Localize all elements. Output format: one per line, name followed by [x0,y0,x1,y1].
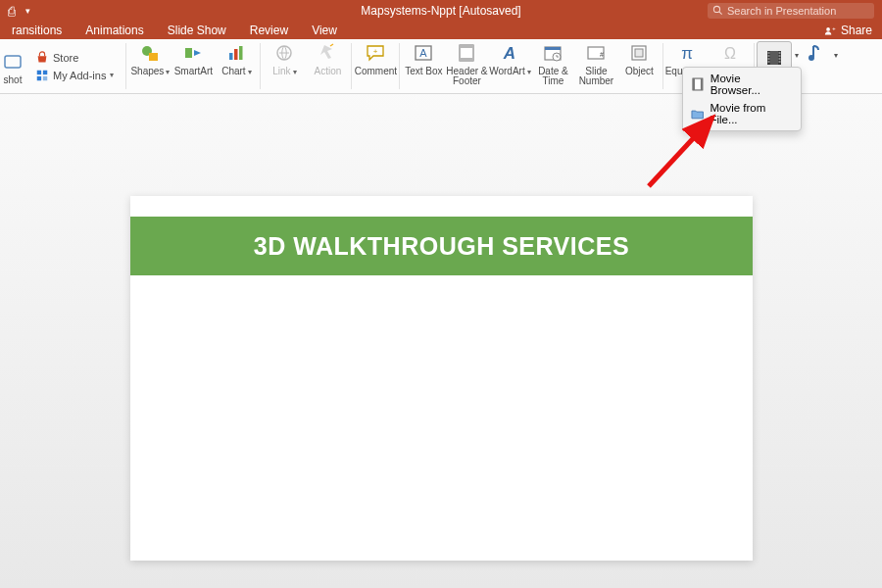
svg-rect-10 [149,53,158,61]
svg-rect-8 [43,75,47,79]
chart-label: Chart [221,67,251,77]
smartart-button[interactable]: SmartArt [172,39,215,76]
svg-rect-11 [185,48,192,58]
qat-chevron-icon[interactable]: ▾ [25,6,30,16]
share-label: Share [841,24,872,37]
link-icon [273,42,295,64]
my-addins-button[interactable]: My Add-ins ▾ [31,67,118,84]
textbox-label: Text Box [405,67,442,86]
svg-rect-13 [234,49,238,60]
date-time-label: Date & Time [531,67,574,86]
link-button[interactable]: Link [263,39,306,77]
screenshot-button[interactable]: shot [0,48,25,85]
movie-from-file-label: Movie from File... [710,102,793,125]
slide-number-icon: # [585,42,607,64]
video-dropdown: Movie Browser... Movie from File... [682,67,802,131]
svg-rect-20 [460,45,473,48]
share-icon: + [824,24,837,37]
object-icon [628,42,650,64]
chart-icon [225,42,247,64]
svg-rect-29 [635,49,643,57]
wordart-button[interactable]: A WordArt [488,39,531,77]
date-time-button[interactable]: Date & Time [531,39,574,86]
shapes-button[interactable]: Shapes [128,39,172,77]
folder-icon [691,107,704,121]
movie-from-file-item[interactable]: Movie from File... [683,99,801,128]
comment-icon: + [365,42,386,64]
chart-button[interactable]: Chart [215,39,258,77]
header-footer-icon [456,42,477,64]
slide-title-band: 3D WALKTHROUGH SERVICES [130,217,753,275]
search-icon [712,5,723,18]
smartart-label: SmartArt [174,67,213,76]
svg-rect-5 [37,70,41,74]
svg-text:Ω: Ω [724,45,736,62]
svg-rect-4 [5,56,21,68]
svg-text:+: + [832,24,836,30]
svg-text:#: # [600,51,604,58]
svg-rect-35 [768,52,770,54]
header-footer-button[interactable]: Header & Footer [445,39,488,86]
wordart-icon: A [499,42,520,64]
svg-text:A: A [503,44,515,63]
svg-rect-40 [779,55,781,57]
svg-text:+: + [373,47,378,56]
smartart-icon [182,42,204,64]
film-icon [691,77,705,91]
store-label: Store [53,52,78,64]
header-footer-label: Header & Footer [445,67,488,86]
store-icon [35,51,49,65]
svg-rect-37 [768,58,770,60]
svg-rect-24 [545,47,561,50]
print-icon[interactable]: ⎙ [8,4,16,19]
screenshot-label: shot [4,75,23,85]
symbol-icon: Ω [719,42,741,64]
object-label: Object [625,67,654,76]
action-label: Action [315,67,342,76]
svg-rect-42 [779,61,781,63]
svg-rect-12 [229,53,233,60]
object-button[interactable]: Object [617,39,661,76]
comment-label: Comment [355,67,397,76]
tab-review[interactable]: Review [238,22,300,39]
video-chevron-icon[interactable]: ▾ [792,39,802,60]
svg-rect-38 [768,61,770,63]
svg-point-43 [808,55,814,61]
share-button[interactable]: + Share [824,24,882,37]
svg-rect-45 [693,78,695,90]
tab-animations[interactable]: Animations [74,22,155,39]
store-button[interactable]: Store [31,49,82,67]
svg-line-1 [719,11,722,14]
shapes-icon [139,42,161,64]
search-input[interactable]: Search in Presentation [708,3,874,19]
textbox-button[interactable]: A Text Box [402,39,445,86]
window-title: Mapsystems-Nppt [Autosaved] [361,4,520,18]
svg-rect-41 [779,58,781,60]
movie-browser-item[interactable]: Movie Browser... [683,70,801,99]
slide-canvas[interactable]: 3D WALKTHROUGH SERVICES [130,196,753,561]
audio-button[interactable] [802,39,831,64]
link-label: Link [272,67,296,77]
svg-rect-46 [701,78,703,90]
tab-transitions[interactable]: ransitions [0,22,74,39]
shapes-label: Shapes [130,67,170,77]
svg-point-2 [826,27,830,31]
svg-rect-39 [779,52,781,54]
wordart-label: WordArt [489,67,531,77]
svg-point-0 [713,6,719,12]
slide-number-button[interactable]: # Slide Number [574,39,617,86]
svg-text:A: A [420,47,428,59]
textbox-icon: A [413,42,434,64]
svg-rect-14 [239,46,243,60]
tab-view[interactable]: View [300,22,349,39]
screenshot-icon [2,51,24,73]
audio-chevron-icon[interactable]: ▾ [831,39,841,60]
comment-button[interactable]: + Comment [354,39,397,93]
chevron-down-icon: ▾ [110,71,114,79]
action-button[interactable]: Action [306,39,349,76]
equation-icon: π [676,42,698,64]
tab-slideshow[interactable]: Slide Show [156,22,238,39]
svg-text:π: π [682,44,694,63]
svg-rect-6 [43,70,47,74]
search-placeholder: Search in Presentation [727,5,836,17]
